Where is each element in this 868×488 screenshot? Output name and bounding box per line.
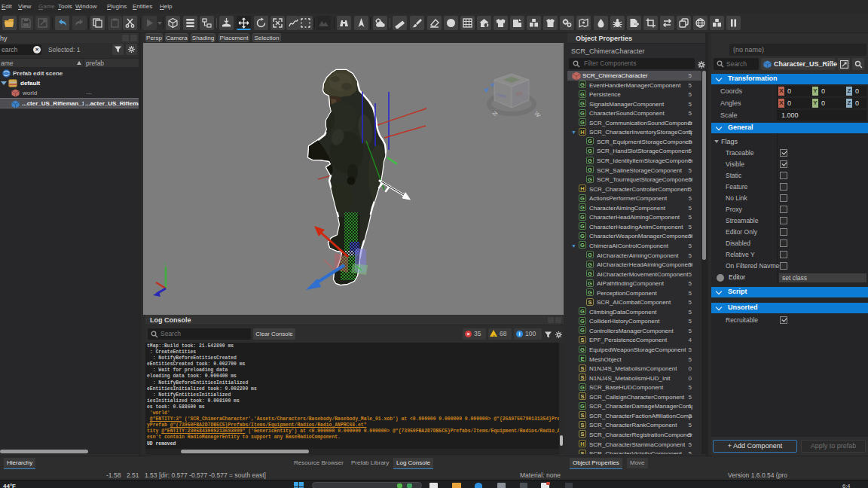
svg-text:W: W (533, 110, 542, 119)
